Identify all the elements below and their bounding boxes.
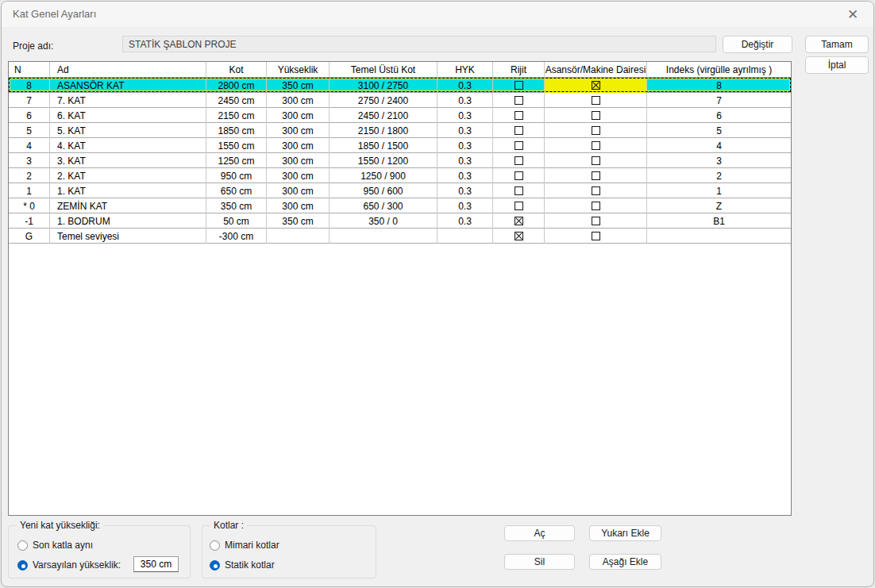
cell-indeks: 1 <box>647 183 791 198</box>
rijit-checkbox[interactable] <box>515 186 523 195</box>
cell-ad: 1. KAT <box>50 183 206 198</box>
table-row[interactable]: 66. KAT2150 cm300 cm2450 / 21000.36 <box>9 108 791 123</box>
table-row[interactable]: * 0ZEMİN KAT350 cm300 cm650 / 3000.3Z <box>9 198 791 213</box>
rijit-checkbox[interactable] <box>515 111 523 120</box>
asansor_makine-checkbox[interactable] <box>592 141 600 150</box>
cell-kot: 1550 cm <box>206 138 267 153</box>
table-row[interactable]: 55. KAT1850 cm300 cm2150 / 18000.35 <box>9 123 791 138</box>
rijit-checkbox[interactable] <box>515 156 523 165</box>
column-header-kot[interactable]: Kot <box>206 62 267 78</box>
table-row[interactable]: 44. KAT1550 cm300 cm1850 / 15000.34 <box>9 138 791 153</box>
asansor_makine-checkbox[interactable] <box>592 96 600 105</box>
table-row[interactable]: 11. KAT650 cm300 cm950 / 6000.31 <box>9 183 791 198</box>
cell-hyk: 0.3 <box>438 213 493 229</box>
column-header-yukseklik[interactable]: Yükseklik <box>267 62 330 78</box>
asansor_makine-checkbox[interactable] <box>592 126 600 135</box>
column-header-indeks[interactable]: Indeks (virgülle ayrılmış ) <box>647 62 791 78</box>
cell-yukseklik: 300 cm <box>267 183 330 198</box>
table-row[interactable]: 8ASANSÖR KAT2800 cm350 cm3100 / 27500.38 <box>9 78 791 93</box>
rijit-checkbox[interactable] <box>515 96 523 105</box>
cancel-button[interactable]: İptal <box>805 56 869 74</box>
change-button[interactable]: Değiştir <box>723 36 792 53</box>
rijit-checkbox[interactable] <box>515 202 523 210</box>
cell-kot: 650 cm <box>206 183 267 198</box>
column-header-n[interactable]: N <box>9 62 50 78</box>
new-floor-height-group-label: Yeni kat yüksekliği: <box>17 520 103 531</box>
asansor_makine-checkbox[interactable] <box>592 217 600 225</box>
column-header-temel-ustu-kot[interactable]: Temel Üstü Kot <box>330 62 438 78</box>
radio-icon[interactable] <box>210 560 220 571</box>
cell-ad: 2. KAT <box>50 168 206 183</box>
radio-static-levels[interactable]: Statik kotlar <box>210 559 275 571</box>
cell-n: 7 <box>9 93 50 108</box>
cell-temel_ustu_kot: 950 / 600 <box>330 183 438 198</box>
asansor_makine-checkbox[interactable] <box>592 81 600 90</box>
ok-button[interactable]: Tamam <box>805 36 869 53</box>
cell-hyk: 0.3 <box>438 138 493 153</box>
cell-n: 5 <box>9 123 50 138</box>
cell-asansor_makine <box>545 183 647 198</box>
close-icon[interactable]: ✕ <box>843 5 862 24</box>
asansor_makine-checkbox[interactable] <box>592 202 600 210</box>
column-header-ad[interactable]: Ad <box>50 62 206 78</box>
column-header-asansor-makine[interactable]: Asansör/Makine Dairesi <box>545 62 647 78</box>
cell-temel_ustu_kot: 2450 / 2100 <box>330 108 438 123</box>
cell-asansor_makine <box>545 213 647 229</box>
cell-asansor_makine <box>545 108 647 123</box>
radio-icon[interactable] <box>210 540 220 551</box>
cell-rijit <box>493 108 545 123</box>
cell-ad: 3. KAT <box>50 153 206 168</box>
radio-same-as-last-floor[interactable]: Son katla aynı <box>17 540 93 551</box>
cell-n: 4 <box>9 138 50 153</box>
asansor_makine-checkbox[interactable] <box>592 186 600 195</box>
cell-hyk: 0.3 <box>438 78 493 93</box>
delete-button[interactable]: Sil <box>504 554 575 570</box>
table-header-row: N Ad Kot Yükseklik Temel Üstü Kot HYK Ri… <box>9 62 791 78</box>
rijit-checkbox[interactable] <box>515 171 523 180</box>
project-name-field[interactable]: STATİK ŞABLON PROJE <box>122 36 716 52</box>
cell-temel_ustu_kot: 1550 / 1200 <box>330 153 438 168</box>
cell-rijit <box>493 93 545 108</box>
asansor_makine-checkbox[interactable] <box>592 111 600 120</box>
dialog-title: Kat Genel Ayarları <box>13 8 96 20</box>
cell-rijit <box>493 78 545 93</box>
radio-icon[interactable] <box>17 540 28 551</box>
cell-temel_ustu_kot: 3100 / 2750 <box>330 78 438 93</box>
default-height-input[interactable]: 350 cm <box>133 556 179 572</box>
cell-rijit <box>493 153 545 168</box>
column-header-hyk[interactable]: HYK <box>438 62 493 78</box>
table-row[interactable]: 33. KAT1250 cm300 cm1550 / 12000.33 <box>9 153 791 168</box>
asansor_makine-checkbox[interactable] <box>592 232 600 240</box>
cell-indeks: B1 <box>647 213 791 229</box>
add-below-button[interactable]: Aşağı Ekle <box>589 554 661 570</box>
title-bar: Kat Genel Ayarları ✕ <box>2 2 873 27</box>
open-button[interactable]: Aç <box>504 525 575 541</box>
radio-icon[interactable] <box>17 560 28 571</box>
cell-n: G <box>9 229 50 244</box>
cell-n: 2 <box>9 168 50 183</box>
cell-ad: ZEMİN KAT <box>50 198 206 213</box>
cell-rijit <box>493 138 545 153</box>
cell-kot: 1250 cm <box>206 153 267 168</box>
cell-hyk: 0.3 <box>438 183 493 198</box>
rijit-checkbox[interactable] <box>515 126 523 135</box>
rijit-checkbox[interactable] <box>515 232 523 240</box>
table-row[interactable]: -11. BODRUM50 cm350 cm350 / 00.3B1 <box>9 213 791 229</box>
table-row[interactable]: GTemel seviyesi-300 cm <box>9 229 791 244</box>
radio-default-height[interactable]: Varsayılan yükseklik: <box>17 559 121 571</box>
cell-hyk <box>438 229 493 244</box>
add-above-button[interactable]: Yukarı Ekle <box>589 525 661 541</box>
table-row[interactable]: 22. KAT950 cm300 cm1250 / 9000.32 <box>9 168 791 183</box>
cell-rijit <box>493 183 545 198</box>
asansor_makine-checkbox[interactable] <box>592 171 600 180</box>
cell-asansor_makine <box>545 123 647 138</box>
rijit-checkbox[interactable] <box>515 217 523 225</box>
table-body: 8ASANSÖR KAT2800 cm350 cm3100 / 27500.38… <box>9 78 791 244</box>
table-row[interactable]: 77. KAT2450 cm300 cm2750 / 24000.37 <box>9 93 791 108</box>
cell-indeks: 3 <box>647 153 791 168</box>
rijit-checkbox[interactable] <box>515 81 523 90</box>
asansor_makine-checkbox[interactable] <box>592 156 600 165</box>
rijit-checkbox[interactable] <box>515 141 523 150</box>
column-header-rijit[interactable]: Rijit <box>493 62 545 78</box>
radio-architectural-levels[interactable]: Mimari kotlar <box>210 540 279 551</box>
